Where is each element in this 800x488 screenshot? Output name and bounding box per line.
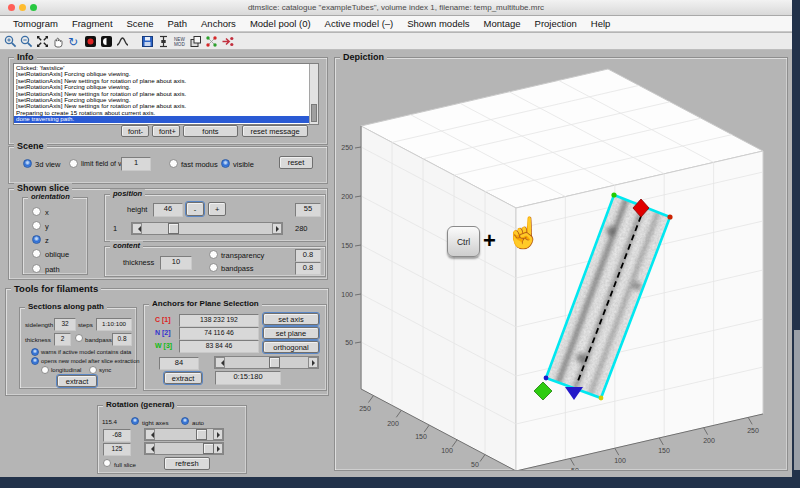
menu-scene[interactable]: Scene <box>120 18 161 29</box>
orientation-oblique-radio[interactable] <box>32 249 41 258</box>
sections-bandpass-field[interactable]: 0.8 <box>112 333 132 346</box>
full-slice-label: full slice <box>114 461 136 468</box>
menu-help[interactable]: Help <box>584 18 618 29</box>
menu-path[interactable]: Path <box>160 18 194 29</box>
transparency-field[interactable]: 0.8 <box>295 249 321 262</box>
set-axis-button[interactable]: set axis <box>263 313 319 325</box>
orthogonal-button[interactable]: orthogonal <box>263 341 319 353</box>
slider-thumb[interactable] <box>203 443 214 454</box>
sidelength-field[interactable]: 32 <box>54 318 76 331</box>
rotation-angle-slider[interactable] <box>214 356 319 369</box>
height-plus-button[interactable]: + <box>208 202 226 216</box>
sections-thickness-field[interactable]: 2 <box>54 333 71 346</box>
bandpass-radio[interactable] <box>209 263 218 272</box>
anchor-c-field[interactable]: 138 232 192 <box>179 314 259 327</box>
menu-anchors[interactable]: Anchors <box>194 18 243 29</box>
z-tick: 200 <box>341 193 353 200</box>
rotation-slider-1[interactable] <box>144 428 224 441</box>
rotate-3d-icon[interactable]: ↻ <box>67 34 82 48</box>
thickness-field[interactable]: 10 <box>160 256 192 270</box>
steps-field[interactable]: 1:10:100 <box>96 318 132 331</box>
tight-axes-label: tight axes <box>142 419 168 426</box>
anchor-markers-icon[interactable] <box>204 34 219 48</box>
level-field[interactable]: 55 <box>295 203 321 217</box>
pan-hand-icon[interactable] <box>51 34 66 48</box>
fast-modus-radio[interactable] <box>169 159 178 168</box>
anchor-n-field[interactable]: 74 116 46 <box>179 327 259 340</box>
scene-reset-button[interactable]: reset <box>279 156 313 169</box>
bandpass-icon[interactable] <box>115 34 130 48</box>
height-field[interactable]: 46 <box>153 203 183 217</box>
open-new-model-checkbox[interactable] <box>31 357 39 365</box>
expand-icon[interactable] <box>35 34 50 48</box>
menu-active-model[interactable]: Active model (–) <box>318 18 401 29</box>
corner-marker-blue[interactable] <box>544 376 549 381</box>
fonts-button[interactable]: fonts <box>183 125 238 137</box>
slider-left-arrow[interactable] <box>215 357 225 368</box>
slider-left-arrow[interactable] <box>145 443 155 454</box>
rotation-value2-field[interactable]: 125 <box>103 443 131 456</box>
auto-radio[interactable] <box>181 417 189 425</box>
corner-marker-green[interactable] <box>611 192 616 197</box>
limit-fov-field[interactable]: 1 <box>121 157 151 171</box>
sync-radio[interactable] <box>89 366 97 374</box>
font-minus-button[interactable]: font- <box>121 125 149 137</box>
slider-thumb[interactable] <box>269 357 280 368</box>
rotation-angle-field[interactable]: 84 <box>159 357 199 370</box>
menu-model-pool[interactable]: Model pool (0) <box>243 18 318 29</box>
full-slice-radio[interactable] <box>103 459 111 467</box>
slider-right-arrow[interactable] <box>213 443 223 454</box>
slider-left-arrow[interactable] <box>145 429 155 440</box>
slider-thumb[interactable] <box>196 429 207 440</box>
orientation-x-radio[interactable] <box>32 207 41 216</box>
tight-axes-radio[interactable] <box>131 417 139 425</box>
bandpass-field[interactable]: 0.8 <box>295 262 321 275</box>
save-icon[interactable] <box>140 34 155 48</box>
visible-radio[interactable] <box>221 159 230 168</box>
limit-fov-radio[interactable] <box>69 159 78 168</box>
slice-positioner-icon[interactable] <box>156 34 171 48</box>
rotation-range-field[interactable]: 0:15:180 <box>215 371 281 385</box>
corner-marker-yellow[interactable] <box>599 396 604 401</box>
slider-right-arrow[interactable] <box>308 357 318 368</box>
height-slider[interactable] <box>131 222 283 235</box>
menu-fragment[interactable]: Fragment <box>65 18 120 29</box>
longitudinal-radio[interactable] <box>41 366 49 374</box>
montage-icon[interactable] <box>188 34 203 48</box>
anchors-extract-button[interactable]: extract <box>164 372 202 384</box>
slider-right-arrow[interactable] <box>272 223 282 234</box>
anchor-w-field[interactable]: 83 84 46 <box>179 340 259 353</box>
menu-projection[interactable]: Projection <box>528 18 584 29</box>
set-plane-button[interactable]: set plane <box>263 327 319 339</box>
zoom-out-icon[interactable] <box>19 34 34 48</box>
info-log-scrollbar[interactable] <box>309 64 318 124</box>
orientation-y-radio[interactable] <box>32 221 41 230</box>
slider-right-arrow[interactable] <box>213 429 223 440</box>
info-log-listbox[interactable]: Clicked: 'fastslice' [setRotationAxis] F… <box>13 63 319 125</box>
menu-shown-models[interactable]: Shown models <box>400 18 476 29</box>
new-model-icon[interactable]: NEWMOD <box>172 34 187 48</box>
slider-left-arrow[interactable] <box>132 223 142 234</box>
depiction-3d-axes[interactable]: 250 200 150 100 50 250 200 150 100 50 50… <box>335 58 787 470</box>
menu-tomogram[interactable]: Tomogram <box>6 18 65 29</box>
slider-thumb[interactable] <box>168 223 179 234</box>
height-minus-button[interactable]: - <box>186 202 204 216</box>
zoom-in-icon[interactable] <box>3 34 18 48</box>
font-plus-button[interactable]: font+ <box>152 125 180 137</box>
reset-message-button[interactable]: reset message <box>242 125 308 137</box>
corner-marker-red[interactable] <box>667 214 672 219</box>
menu-montage[interactable]: Montage <box>477 18 528 29</box>
contrast-bw-icon[interactable] <box>99 34 114 48</box>
export-model-icon[interactable] <box>220 34 235 48</box>
3d-view-radio[interactable] <box>23 159 32 168</box>
orientation-path-radio[interactable] <box>32 264 41 273</box>
orientation-z-radio[interactable] <box>32 235 41 244</box>
warn-checkbox[interactable] <box>31 348 39 356</box>
sections-bandpass-radio[interactable] <box>75 334 83 342</box>
transparency-radio[interactable] <box>209 250 218 259</box>
refresh-button[interactable]: refresh <box>164 457 210 470</box>
rotation-slider-2[interactable] <box>144 442 224 455</box>
rotation-value1-field[interactable]: -68 <box>103 429 131 442</box>
contrast-invert-icon[interactable] <box>83 34 98 48</box>
sections-extract-button[interactable]: extract <box>57 375 97 387</box>
